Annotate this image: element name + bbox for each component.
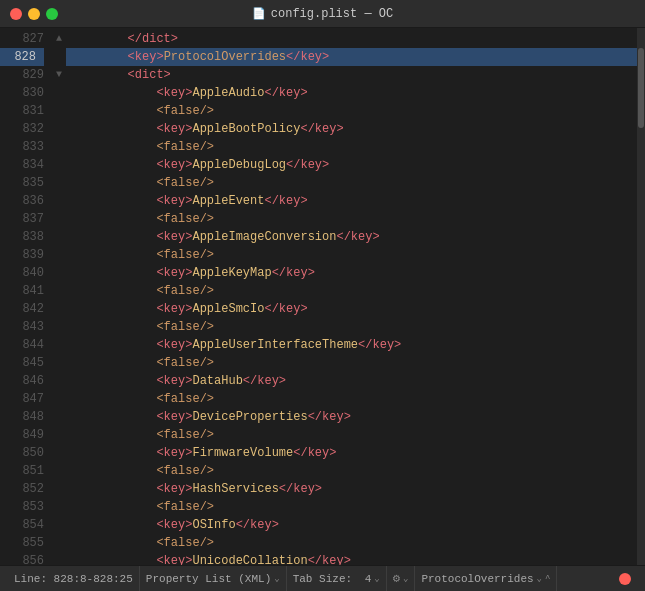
maximize-button[interactable] (46, 8, 58, 20)
line-number: 851 (0, 462, 44, 480)
file-type-text: Property List (XML) (146, 573, 271, 585)
line-number: 834 (0, 156, 44, 174)
code-line[interactable]: <key>AppleBootPolicy</key> (66, 120, 637, 138)
fold-marker (52, 498, 66, 516)
fold-marker (52, 552, 66, 565)
code-line[interactable]: <key>AppleKeyMap</key> (66, 264, 637, 282)
fold-marker[interactable]: ▼ (52, 66, 66, 84)
line-number: 850 (0, 444, 44, 462)
line-number: 832 (0, 120, 44, 138)
code-line[interactable]: <key>OSInfo</key> (66, 516, 637, 534)
symbol-text: ProtocolOverrides (421, 573, 533, 585)
code-line[interactable]: <false/> (66, 462, 637, 480)
fold-marker (52, 282, 66, 300)
line-number: 854 (0, 516, 44, 534)
code-line[interactable]: <key>AppleDebugLog</key> (66, 156, 637, 174)
scrollbar[interactable] (637, 28, 645, 565)
line-col-section: Line: 828:8-828:25 (8, 566, 140, 591)
code-line[interactable]: <key>UnicodeCollation</key> (66, 552, 637, 565)
fold-marker (52, 336, 66, 354)
chevron-down-icon-4: ⌄ (537, 573, 542, 584)
fold-marker (52, 534, 66, 552)
fold-marker (52, 318, 66, 336)
title-bar: 📄 config.plist — OC (0, 0, 645, 28)
code-line[interactable]: <key>AppleEvent</key> (66, 192, 637, 210)
status-bar: Line: 828:8-828:25 Property List (XML) ⌄… (0, 565, 645, 591)
chevron-down-icon-2: ⌄ (374, 573, 379, 584)
gear-icon: ⚙ (393, 571, 400, 586)
file-type-section[interactable]: Property List (XML) ⌄ (140, 566, 287, 591)
code-line[interactable]: <false/> (66, 318, 637, 336)
title-text: config.plist — OC (271, 7, 393, 21)
line-number: 837 (0, 210, 44, 228)
line-number: 846 (0, 372, 44, 390)
fold-marker (52, 426, 66, 444)
line-number: 829 (0, 66, 44, 84)
code-line[interactable]: <false/> (66, 102, 637, 120)
code-line[interactable]: <false/> (66, 354, 637, 372)
fold-marker (52, 372, 66, 390)
window-title: 📄 config.plist — OC (252, 7, 393, 21)
fold-marker (52, 246, 66, 264)
code-line[interactable]: <key>FirmwareVolume</key> (66, 444, 637, 462)
minimize-button[interactable] (28, 8, 40, 20)
line-number: 853 (0, 498, 44, 516)
code-line[interactable]: <key>AppleImageConversion</key> (66, 228, 637, 246)
line-number: 852 (0, 480, 44, 498)
line-number: 848 (0, 408, 44, 426)
fold-marker (52, 228, 66, 246)
line-number: 828 (0, 48, 44, 66)
code-line[interactable]: <false/> (66, 246, 637, 264)
code-line[interactable]: <dict> (66, 66, 637, 84)
line-number: 841 (0, 282, 44, 300)
code-line[interactable]: <key>ProtocolOverrides</key> (66, 48, 637, 66)
line-number: 827 (0, 30, 44, 48)
tab-size-section[interactable]: Tab Size: 4 ⌄ (287, 566, 387, 591)
code-line[interactable]: <key>AppleAudio</key> (66, 84, 637, 102)
code-line[interactable]: <key>HashServices</key> (66, 480, 637, 498)
code-line[interactable]: <key>AppleSmcIo</key> (66, 300, 637, 318)
code-line[interactable]: <false/> (66, 138, 637, 156)
fold-marker (52, 156, 66, 174)
code-line[interactable]: <key>AppleUserInterfaceTheme</key> (66, 336, 637, 354)
code-line[interactable]: <key>DataHub</key> (66, 372, 637, 390)
line-number: 833 (0, 138, 44, 156)
tab-size-label: Tab Size: (293, 573, 352, 585)
fold-marker (52, 444, 66, 462)
fold-marker[interactable]: ▲ (52, 30, 66, 48)
fold-marker (52, 48, 66, 66)
code-line[interactable]: <false/> (66, 282, 637, 300)
code-line[interactable]: <false/> (66, 426, 637, 444)
window-controls (10, 8, 58, 20)
symbol-section[interactable]: ProtocolOverrides ⌄ ^ (415, 566, 557, 591)
fold-marker (52, 264, 66, 282)
gear-section[interactable]: ⚙ ⌄ (387, 566, 416, 591)
fold-marker (52, 516, 66, 534)
close-button[interactable] (10, 8, 22, 20)
code-line[interactable]: <false/> (66, 498, 637, 516)
fold-marker (52, 138, 66, 156)
chevron-icon-3: ⌄ (403, 573, 408, 584)
line-number: 849 (0, 426, 44, 444)
code-line[interactable]: <key>DeviceProperties</key> (66, 408, 637, 426)
line-number: 843 (0, 318, 44, 336)
code-line[interactable]: <false/> (66, 210, 637, 228)
line-number: 839 (0, 246, 44, 264)
scrollbar-thumb[interactable] (638, 48, 644, 128)
code-line[interactable]: <false/> (66, 174, 637, 192)
code-editor[interactable]: 8278288298308318328338348358368378388398… (0, 28, 645, 565)
line-number: 842 (0, 300, 44, 318)
code-line[interactable]: <false/> (66, 534, 637, 552)
fold-marker (52, 120, 66, 138)
fold-marker (52, 210, 66, 228)
code-content[interactable]: </dict> <key>ProtocolOverrides</key> <di… (66, 28, 637, 565)
fold-marker (52, 408, 66, 426)
line-number: 838 (0, 228, 44, 246)
code-line[interactable]: </dict> (66, 30, 637, 48)
line-numbers: 8278288298308318328338348358368378388398… (0, 28, 52, 565)
code-line[interactable]: <false/> (66, 390, 637, 408)
fold-marker (52, 84, 66, 102)
line-number: 840 (0, 264, 44, 282)
line-number: 855 (0, 534, 44, 552)
fold-gutter: ▲▼▲ (52, 28, 66, 565)
